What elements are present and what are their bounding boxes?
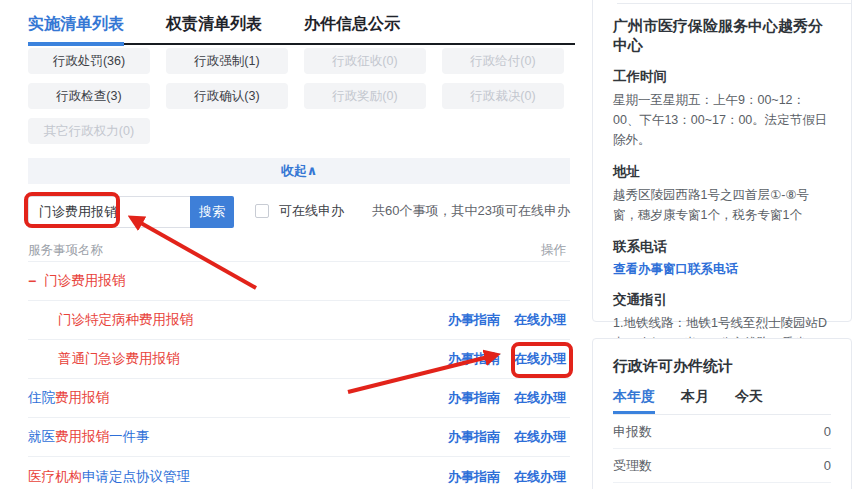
tab-responsibility-list[interactable]: 权责清单列表 [166,8,262,43]
address-heading: 地址 [613,163,831,181]
online-filter-label: 可在线申办 [279,202,344,220]
stats-value: 0 [824,424,831,439]
guide-link[interactable]: 办事指南 [448,468,500,486]
divider [617,3,851,4]
service-name[interactable]: 医疗机构 [28,468,82,486]
collapse-bar[interactable]: 收起∧ [28,158,570,184]
stats-row-declared: 申报数 0 [613,415,831,449]
category-other-button[interactable]: 其它行政权力(0) [28,118,150,144]
category-inspection-button[interactable]: 行政检查(3) [28,83,150,109]
transport-guide-heading: 交通指引 [613,291,831,309]
online-apply-link[interactable]: 在线办理 [514,389,566,407]
table-row-parent: − 门诊费用报销 [28,262,570,301]
stats-row-rejected: 不予受理数 0 [613,483,831,489]
service-name[interactable]: 门诊费用报销 [44,272,125,290]
guide-link[interactable]: 办事指南 [448,428,500,446]
service-name[interactable]: 费用报销 [55,428,109,446]
view-window-phones-link[interactable]: 查看办事窗口联系电话 [613,261,831,278]
online-apply-link[interactable]: 在线办理 [514,428,566,446]
name-column-header: 服务事项名称 [28,242,103,259]
stats-row-accepted: 受理数 0 [613,449,831,483]
service-center-title: 广州市医疗保险服务中心越秀分中心 [613,17,831,55]
work-hours-heading: 工作时间 [613,68,831,86]
guide-link[interactable]: 办事指南 [448,350,500,368]
category-payment-button[interactable]: 行政给付(0) [442,48,564,74]
stats-value: 0 [824,458,831,473]
main-tabbar: 实施清单列表 权责清单列表 办件信息公示 [28,8,575,45]
table-header: 服务事项名称 操作 [28,240,570,262]
category-confirmation-button[interactable]: 行政确认(3) [166,83,288,109]
items-count-summary: 共60个事项，其中23项可在线申办 [372,202,570,220]
category-ruling-button[interactable]: 行政裁决(0) [442,83,564,109]
table-row: 住院 费用报销 办事指南 在线办理 [28,379,570,418]
online-apply-link[interactable]: 在线办理 [514,350,566,368]
stats-title: 行政许可办件统计 [613,357,831,376]
address-text: 越秀区陵园西路1号之四首层①-⑧号窗，穗岁康专窗1个，税务专窗1个 [613,185,831,225]
stats-tab-year[interactable]: 本年度 [613,388,655,414]
stats-tabbar: 本年度 本月 今天 [613,388,831,415]
table-row: 就医 费用报销 一件事 办事指南 在线办理 [28,418,570,457]
service-table: 服务事项名称 操作 − 门诊费用报销 门诊特定病种费用报销 办事指南 在线办理 … [28,240,570,489]
category-levy-button[interactable]: 行政征收(0) [304,48,426,74]
category-coercion-button[interactable]: 行政强制(1) [166,48,288,74]
stats-label: 受理数 [613,457,652,475]
online-filter: 可在线申办 共60个事项，其中23项可在线申办 [255,202,570,220]
contact-phone-heading: 联系电话 [613,238,831,256]
collapse-minus-icon[interactable]: − [28,273,36,289]
tab-implementation-list[interactable]: 实施清单列表 [28,8,124,43]
tab-case-info[interactable]: 办件信息公示 [304,8,400,43]
table-row: 门诊特定病种费用报销 办事指南 在线办理 [28,301,570,340]
stats-label: 申报数 [613,423,652,441]
guide-link[interactable]: 办事指南 [448,311,500,329]
category-reward-button[interactable]: 行政奖励(0) [304,83,426,109]
stats-tab-month[interactable]: 本月 [681,388,709,414]
table-row: 医疗机构 申请定点协议管理 办事指南 在线办理 [28,457,570,489]
online-apply-link[interactable]: 在线办理 [514,311,566,329]
online-apply-link[interactable]: 在线办理 [514,468,566,486]
online-filter-checkbox[interactable] [255,204,269,218]
action-column-header: 操作 [541,242,566,259]
work-hours-text: 星期一至星期五：上午9：00~12：00、下午13：00~17：00。法定节假日… [613,90,831,150]
table-row: 普通门急诊费用报销 办事指南 在线办理 [28,340,570,379]
search-input[interactable] [28,196,190,228]
license-stats-card: 行政许可办件统计 本年度 本月 今天 申报数 0 受理数 0 不予受理数 0 [592,338,852,489]
search-button[interactable]: 搜索 [190,196,234,228]
service-name[interactable]: 费用报销 [55,389,109,407]
stats-tab-today[interactable]: 今天 [735,388,763,414]
service-name[interactable]: 门诊特定病种费用报销 [58,311,193,329]
service-center-card: 广州市医疗保险服务中心越秀分中心 工作时间 星期一至星期五：上午9：00~12：… [592,0,852,322]
service-name[interactable]: 普通门急诊费用报销 [58,350,180,368]
guide-link[interactable]: 办事指南 [448,389,500,407]
category-penalty-button[interactable]: 行政处罚(36) [28,48,150,74]
category-grid: 行政处罚(36) 行政强制(1) 行政征收(0) 行政给付(0) 行政检查(3)… [28,48,570,144]
